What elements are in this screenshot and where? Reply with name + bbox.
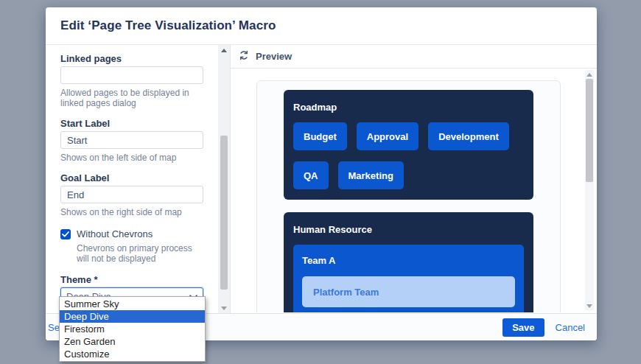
without-chevrons-checkbox[interactable] [60, 229, 71, 239]
dialog-title: Edit ‘Page Tree Visualization’ Macro [60, 18, 276, 33]
node-chip-approval: Approval [357, 122, 418, 150]
roadmap-row-1: Budget Approval Development [293, 122, 524, 150]
settings-scrollbar[interactable] [218, 45, 230, 313]
node-chip-marketing: Marketing [338, 161, 404, 189]
team-a-card: Team A Platform Team [293, 245, 524, 312]
node-chip-qa: QA [293, 161, 329, 189]
dialog-header: Edit ‘Page Tree Visualization’ Macro [46, 7, 597, 45]
start-label-help: Shows on the left side of map [60, 153, 203, 163]
option-customize[interactable]: Customize [60, 348, 205, 360]
human-resource-card-title: Human Resource [293, 224, 524, 235]
preview-scroll-up-button[interactable] [585, 70, 594, 79]
platform-team-card: Platform Team [302, 276, 515, 307]
page-background: { "dialog": { "title": "Edit ‘Page Tree … [0, 0, 641, 364]
option-summer-sky[interactable]: Summer Sky [60, 298, 205, 310]
theme-options-listbox: Summer Sky Deep Dive Firestorm Zen Garde… [59, 296, 206, 362]
node-chip-development: Development [428, 122, 509, 150]
save-button[interactable]: Save [502, 318, 544, 337]
cancel-button[interactable]: Cancel [556, 322, 585, 333]
preview-body: Roadmap Budget Approval Development QA M… [231, 69, 597, 312]
roadmap-row-2: QA Marketing [293, 161, 524, 189]
macro-edit-dialog: Edit ‘Page Tree Visualization’ Macro Lin… [46, 7, 597, 340]
platform-team-label: Platform Team [313, 287, 379, 298]
preview-panel: Preview Roadmap Budget Approval Developm… [231, 45, 597, 313]
settings-panel: Linked pages Allowed pages to be display… [46, 45, 231, 313]
preview-scrollbar-thumb[interactable] [586, 79, 593, 182]
start-label-value: Start [67, 135, 87, 146]
node-chip-budget: Budget [293, 122, 347, 150]
check-icon [62, 231, 69, 237]
option-zen-garden[interactable]: Zen Garden [60, 335, 205, 348]
linked-pages-help: Allowed pages to be displayed in linked … [60, 88, 203, 108]
without-chevrons-row: Without Chevrons [60, 228, 203, 239]
without-chevrons-label: Without Chevrons [77, 228, 153, 239]
scrollbar-thumb[interactable] [220, 136, 228, 290]
preview-title: Preview [256, 51, 292, 62]
scroll-up-button[interactable] [218, 45, 230, 55]
preview-scrollbar[interactable] [585, 70, 594, 310]
human-resource-card: Human Resource Team A Platform Team [284, 212, 533, 312]
scroll-down-button[interactable] [218, 303, 230, 313]
goal-label-help: Shows on the right side of map [60, 207, 203, 217]
goal-label-label: Goal Label [60, 172, 203, 183]
refresh-icon[interactable] [239, 50, 249, 63]
start-label-label: Start Label [60, 118, 203, 129]
goal-label-input[interactable]: End [60, 186, 203, 203]
team-a-title: Team A [302, 255, 515, 266]
roadmap-card: Roadmap Budget Approval Development QA M… [284, 90, 533, 200]
roadmap-card-title: Roadmap [293, 102, 524, 113]
preview-header: Preview [231, 45, 597, 69]
preview-scroll-down-button[interactable] [585, 301, 594, 310]
option-firestorm[interactable]: Firestorm [60, 323, 205, 335]
linked-pages-input[interactable] [60, 66, 203, 84]
dialog-body: Linked pages Allowed pages to be display… [46, 45, 597, 313]
linked-pages-label: Linked pages [60, 53, 203, 64]
start-label-input[interactable]: Start [60, 131, 203, 149]
preview-canvas: Roadmap Budget Approval Development QA M… [256, 80, 561, 312]
without-chevrons-help: Chevrons on primary process will not be … [77, 243, 203, 264]
option-deep-dive[interactable]: Deep Dive [60, 310, 205, 323]
settings-form: Linked pages Allowed pages to be display… [46, 45, 230, 305]
theme-label: Theme * [60, 274, 203, 285]
goal-label-value: End [67, 189, 84, 200]
